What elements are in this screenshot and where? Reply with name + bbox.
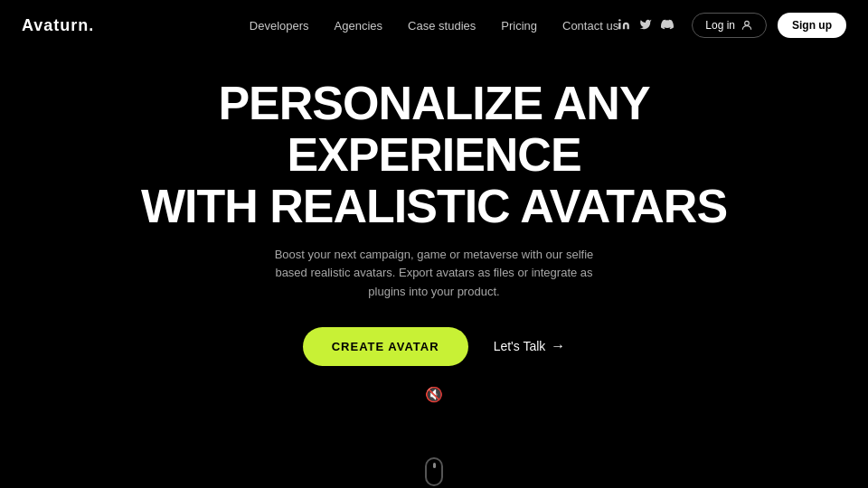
nav-actions: Log in Sign up — [618, 13, 846, 38]
hero-title-line1: PERSONALIZE ANY EXPERIENCE — [218, 77, 649, 181]
signup-label: Sign up — [792, 19, 832, 32]
hero-subtitle: Boost your next campaign, game or metave… — [262, 246, 606, 302]
hero-section: PERSONALIZE ANY EXPERIENCE WITH REALISTI… — [0, 51, 868, 403]
scroll-mouse-icon — [425, 457, 443, 486]
signup-button[interactable]: Sign up — [778, 13, 846, 38]
logo: Avaturn. — [22, 16, 94, 35]
hero-title: PERSONALIZE ANY EXPERIENCE WITH REALISTI… — [90, 78, 778, 233]
lets-talk-label: Let's Talk — [494, 339, 546, 353]
mute-area: 🔇 — [425, 386, 443, 403]
linkedin-icon[interactable] — [618, 18, 630, 33]
nav-case-studies[interactable]: Case studies — [408, 19, 476, 33]
hero-cta: CREATE AVATAR Let's Talk → — [303, 327, 566, 366]
nav-links: Developers Agencies Case studies Pricing… — [250, 17, 618, 33]
create-avatar-label: CREATE AVATAR — [332, 340, 439, 353]
nav-contact[interactable]: Contact us — [562, 19, 618, 33]
arrow-icon: → — [551, 338, 565, 354]
nav-developers[interactable]: Developers — [250, 19, 309, 33]
mute-icon[interactable]: 🔇 — [425, 386, 443, 403]
scroll-area: Scroll for more — [0, 457, 868, 488]
social-icons — [618, 18, 674, 33]
nav-pricing[interactable]: Pricing — [501, 19, 537, 33]
twitter-icon[interactable] — [639, 18, 652, 33]
lets-talk-button[interactable]: Let's Talk → — [494, 338, 566, 354]
svg-point-0 — [618, 19, 620, 21]
create-avatar-button[interactable]: CREATE AVATAR — [303, 327, 468, 366]
login-button[interactable]: Log in — [692, 13, 767, 38]
login-label: Log in — [705, 19, 735, 32]
discord-icon[interactable] — [661, 18, 674, 33]
logo-text: Avaturn. — [22, 16, 94, 34]
nav-agencies[interactable]: Agencies — [335, 19, 382, 33]
svg-point-1 — [745, 21, 750, 25]
hero-title-line2: WITH REALISTIC AVATARS — [141, 180, 727, 232]
navbar: Avaturn. Developers Agencies Case studie… — [0, 0, 868, 51]
